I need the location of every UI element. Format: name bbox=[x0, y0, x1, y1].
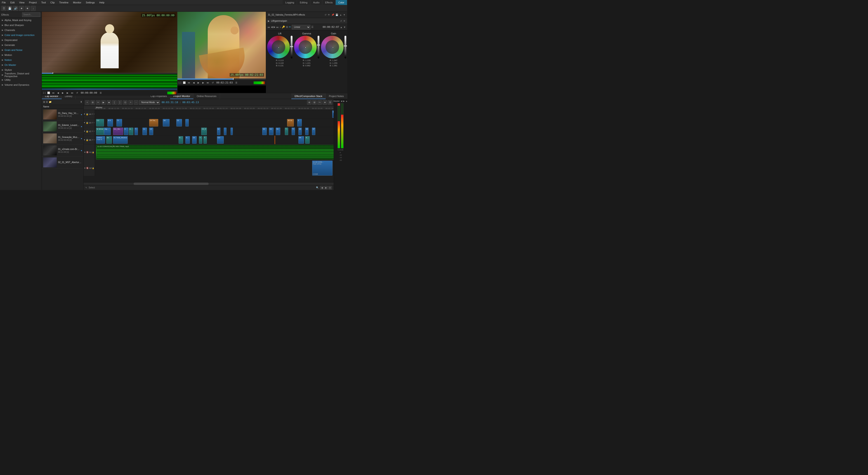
tl-play-btn[interactable]: ▶ bbox=[101, 100, 106, 105]
fav-button[interactable]: ★ bbox=[25, 6, 30, 11]
color-panel-save-icon[interactable]: 💾 bbox=[336, 13, 338, 16]
clips-sort-icon[interactable]: ⬆ bbox=[80, 101, 82, 103]
track-v4-mute[interactable]: ≡ bbox=[94, 113, 95, 115]
timeline-mode-select[interactable]: Normal Mode Trim Mode bbox=[139, 100, 160, 105]
clip-item-5[interactable]: 02_01_MST_Abertura_M bbox=[42, 156, 84, 169]
tl-clip-v2-tri[interactable]: Tri bbox=[134, 127, 138, 135]
tab-project-notes[interactable]: Project Notes bbox=[326, 93, 347, 99]
track-v3-lock[interactable]: 🔒 bbox=[86, 122, 88, 124]
cc-list-icon[interactable]: ☰ bbox=[311, 26, 313, 29]
tl-clip-v3-2[interactable]: 8 9 bbox=[107, 119, 113, 126]
effect-motion[interactable]: ▶ Motion bbox=[0, 53, 41, 57]
save-button[interactable]: 💾 bbox=[7, 6, 12, 11]
tab-effects[interactable]: Effects bbox=[322, 0, 336, 5]
color-panel-pin-icon[interactable]: 📌 bbox=[331, 13, 334, 16]
status-fit-btn[interactable]: ⊡ bbox=[328, 186, 332, 189]
tl-clip-v1-c0011[interactable]: C0011 MI... Fade In bbox=[96, 136, 105, 144]
effect-channels[interactable]: ▶ Channels bbox=[0, 28, 41, 33]
source-back-btn[interactable]: ⏮ bbox=[51, 91, 55, 95]
vu-collapse-btn[interactable]: ◀ bbox=[341, 100, 342, 102]
tl-mark-in-btn[interactable]: [ bbox=[112, 100, 117, 105]
menu-file[interactable]: File bbox=[1, 1, 7, 4]
effect-generate[interactable]: ▶ Generate bbox=[0, 42, 41, 48]
tl-clip-v3-9[interactable]: 3 bbox=[297, 119, 302, 126]
tab-logging[interactable]: Logging bbox=[283, 0, 297, 5]
tl-clip-a2-con[interactable]: 11-02 CON... Fade in/Fad 0.00dB bbox=[312, 160, 333, 176]
timeline-scrollbar-thumb[interactable] bbox=[133, 182, 209, 185]
tl-clip-v2-4[interactable] bbox=[230, 127, 233, 135]
tl-clip-v2-er[interactable]: Er bbox=[217, 127, 220, 135]
menu-clip[interactable]: Clip bbox=[50, 1, 56, 4]
program-next-btn[interactable]: ▶ bbox=[201, 81, 205, 85]
tl-magnet-btn[interactable]: ⊕ bbox=[307, 100, 311, 105]
color-panel-refresh-icon[interactable]: ↺ bbox=[324, 13, 327, 16]
track-a1-mute-btn[interactable]: 🔇 bbox=[86, 151, 89, 153]
tl-clip-v2-alphaselev[interactable]: Alphaselev bbox=[104, 127, 111, 135]
gamma-slider[interactable] bbox=[318, 36, 319, 58]
tl-clip-v1-tra2[interactable]: Tra bbox=[204, 136, 207, 144]
track-v4-expand[interactable]: ▼ bbox=[84, 113, 86, 115]
track-a2-lock[interactable]: 🔒 bbox=[92, 167, 94, 169]
cc-time-inc[interactable]: ▲ bbox=[340, 26, 342, 29]
tab-color[interactable]: Color bbox=[336, 0, 347, 5]
cc-step-back[interactable]: ⏮ bbox=[268, 26, 270, 29]
vu-bar-right[interactable] bbox=[341, 103, 344, 148]
cc-grid[interactable]: ⊞ bbox=[286, 26, 288, 29]
tl-clip-v2-fehrie[interactable]: fe fehrie bbox=[96, 127, 104, 135]
effect-volume[interactable]: ▶ Volume and Dynamics bbox=[0, 82, 41, 87]
track-v4-lock[interactable]: 🔒 bbox=[86, 113, 88, 115]
source-loop-btn[interactable]: ↺ bbox=[75, 91, 79, 95]
track-v3-gear[interactable]: ⚙ bbox=[92, 122, 93, 124]
clip-item-3[interactable]: 01_Gravação_Musica_C 00:02:00:09 [2] ■ bbox=[42, 132, 84, 145]
source-prev-btn[interactable]: ◀ bbox=[56, 91, 60, 95]
menu-project[interactable]: Project bbox=[28, 1, 37, 4]
track-v1-gear[interactable]: ⚙ bbox=[92, 139, 93, 141]
effect-utility[interactable]: ▶ Utility bbox=[0, 77, 41, 82]
tl-clip-v2-36[interactable]: 36 bbox=[305, 127, 309, 135]
clips-view-icon[interactable]: ⊞ bbox=[43, 101, 45, 103]
tl-clip-v2-37[interactable]: 37 bbox=[312, 127, 315, 135]
tl-clip-v3-4[interactable]: 14 Tra... bbox=[149, 119, 158, 126]
tl-clip-v2-tri2[interactable]: Tri bbox=[285, 127, 288, 135]
source-menu-btn[interactable]: ☰ bbox=[99, 91, 103, 95]
track-a2-mute-btn[interactable]: 🔇 bbox=[86, 167, 89, 169]
tab-audio[interactable]: Audio bbox=[310, 0, 322, 5]
menu-tool[interactable]: Tool bbox=[40, 1, 47, 4]
tl-waveform-btn[interactable]: 〜 bbox=[317, 100, 322, 105]
menu-view[interactable]: View bbox=[18, 1, 26, 4]
source-fwd-btn[interactable]: ⏭ bbox=[70, 91, 74, 95]
clips-folder-icon[interactable]: 📁 bbox=[49, 101, 52, 103]
program-fwd-btn[interactable]: ⏭ bbox=[206, 81, 210, 85]
tl-stop-btn[interactable]: ■ bbox=[107, 100, 111, 105]
gain-slider[interactable] bbox=[344, 36, 346, 58]
effect-notion[interactable]: ▶ Notion bbox=[0, 57, 41, 62]
tl-clip-v1-en[interactable]: En bbox=[106, 136, 112, 144]
star-button[interactable]: ★ bbox=[19, 6, 24, 11]
cc-add[interactable]: + bbox=[280, 26, 281, 29]
tl-clip-v2-alpha-strob[interactable]: Alpha strob bbox=[129, 127, 133, 135]
status-back-btn[interactable]: ◀ bbox=[320, 186, 324, 189]
lift-wheel[interactable] bbox=[267, 36, 290, 58]
program-loop-btn[interactable]: ↺ bbox=[211, 81, 215, 85]
track-v3-expand[interactable]: ▼ bbox=[84, 122, 86, 124]
program-play-btn[interactable]: ▶ bbox=[196, 81, 200, 85]
tl-clip-v1-16[interactable]: 16 bbox=[192, 136, 197, 144]
gain-wheel[interactable] bbox=[321, 36, 344, 58]
color-preset-dropdown[interactable]: Linear Logarithmic bbox=[292, 25, 310, 29]
clip-item-4[interactable]: 01_x2mate.com-Brasil 00:21:08 [1] ■ bbox=[42, 145, 84, 156]
vu-bar-left[interactable] bbox=[338, 103, 340, 148]
track-v2-mute[interactable]: ≡ bbox=[94, 130, 95, 132]
program-frame-btn[interactable]: ⬜ bbox=[182, 81, 186, 85]
tl-clip-v3-7[interactable] bbox=[185, 119, 189, 126]
cc-prev[interactable]: ◀ bbox=[271, 26, 273, 29]
tab-editing[interactable]: Editing bbox=[297, 0, 310, 5]
tl-clip-v1-tra[interactable]: Tra bbox=[199, 136, 202, 144]
track-v1-mute[interactable]: ≡ bbox=[94, 139, 95, 141]
effect-reset-icon[interactable]: ↺ bbox=[340, 20, 342, 22]
effects-search-input[interactable] bbox=[22, 12, 40, 17]
source-frame-btn[interactable]: ⬜ bbox=[46, 91, 51, 95]
menu-monitor[interactable]: Monitor bbox=[72, 1, 82, 4]
effect-blur[interactable]: ▶ Blur and Sharpen bbox=[0, 23, 41, 28]
effect-eye-icon[interactable]: 👁 bbox=[343, 20, 345, 22]
tl-clip-v3-1[interactable]: CC bbox=[96, 119, 104, 126]
